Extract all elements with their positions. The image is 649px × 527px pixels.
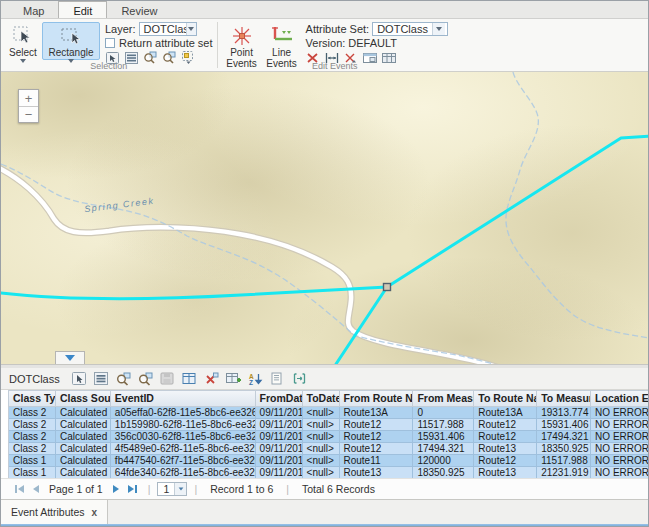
tab-edit[interactable]: Edit — [58, 1, 107, 18]
zoom-out-label: − — [25, 107, 33, 122]
table-cell: 21231.919 — [537, 467, 591, 478]
table-cell: Route13A — [340, 407, 414, 419]
event-panel-toolbar: DOTClass AZ — [1, 368, 648, 390]
pagination-separator: | — [286, 483, 289, 495]
attribute-set-dropdown-icon[interactable] — [432, 23, 445, 35]
layer-combo[interactable]: DOTClass — [139, 22, 197, 36]
tab-review[interactable]: Review — [107, 1, 171, 18]
table-cell: 09/11/2015 — [256, 455, 303, 467]
select-tool-button[interactable]: Select — [6, 22, 40, 60]
first-page-button[interactable] — [11, 482, 27, 496]
line-events-button[interactable]: Line Events — [263, 22, 301, 60]
column-header[interactable]: Location Error — [591, 391, 648, 407]
creek-path-west — [1, 164, 493, 364]
zoom-to-selection-icon[interactable] — [116, 372, 131, 386]
table-cell: 4f5489e0-62f8-11e5-8bc6-ee32641d5ec9 — [111, 443, 256, 455]
table-row[interactable]: Class 1Calculated64fde340-62f8-11e5-8bc6… — [9, 467, 648, 478]
table-cell: Route11 — [340, 455, 414, 467]
table-cell: 15931.406 — [537, 419, 591, 431]
table-cell: 09/11/2015 — [256, 419, 303, 431]
table-row[interactable]: Class 2Calculated1b159980-62f8-11e5-8bc6… — [9, 419, 648, 431]
table-cell: 18350.925 — [413, 467, 474, 478]
table-cell: Class 2 — [9, 443, 56, 455]
pan-to-selection-icon[interactable] — [138, 372, 153, 386]
notes-icon[interactable] — [270, 372, 285, 386]
tab-event-attributes[interactable]: Event Attributes x — [1, 500, 108, 524]
point-events-icon — [230, 25, 254, 47]
rectangle-tool-button[interactable]: Rectangle — [42, 22, 100, 60]
column-header[interactable]: FromDate — [256, 391, 303, 407]
tab-map-label: Map — [23, 5, 44, 17]
tab-map[interactable]: Map — [9, 1, 58, 18]
add-record-icon[interactable] — [226, 372, 241, 386]
page-select-dropdown-icon[interactable] — [174, 483, 186, 495]
sort-icon[interactable]: AZ — [248, 372, 263, 386]
table-cell: 11517.988 — [413, 419, 474, 431]
return-attribute-set-label: Return attribute set — [119, 37, 213, 49]
column-header[interactable]: From Route Name — [340, 391, 414, 407]
table-cell: 17494.321 — [537, 431, 591, 443]
column-header[interactable]: Class Type — [9, 391, 56, 407]
next-page-button[interactable] — [109, 482, 125, 496]
previous-page-button[interactable] — [27, 482, 43, 496]
attribute-table: Class TypeClass SourceEventIDFromDateToD… — [1, 390, 648, 478]
select-features-icon[interactable] — [72, 372, 87, 386]
table-cell: <null> — [303, 419, 340, 431]
table-cell: Calculated — [56, 467, 111, 478]
table-cell: <null> — [303, 467, 340, 478]
tab-edit-label: Edit — [73, 5, 92, 17]
route-line-northeast — [387, 136, 649, 287]
layer-combo-value: DOTClass — [140, 23, 186, 35]
table-cell: 11517.988 — [537, 455, 591, 467]
table-cell: Class 1 — [9, 467, 56, 478]
delete-selected-icon[interactable] — [204, 372, 219, 386]
menu-icon[interactable] — [94, 372, 109, 386]
table-row[interactable]: Class 2Calculated356c0030-62f8-11e5-8bc6… — [9, 431, 648, 443]
table-row[interactable]: Class 2Calculateda05effa0-62f8-11e5-8bc6… — [9, 407, 648, 419]
table-row[interactable]: Class 1Calculatedfb447540-62f7-11e5-8bc6… — [9, 455, 648, 467]
point-events-button[interactable]: Point Events — [223, 22, 261, 60]
table-cell: <null> — [303, 455, 340, 467]
select-button-label: Select — [9, 47, 37, 58]
return-attribute-set-checkbox[interactable] — [105, 38, 115, 48]
layer-combo-dropdown-icon[interactable] — [186, 23, 196, 35]
fit-columns-icon[interactable] — [292, 372, 307, 386]
column-header[interactable]: From Measure — [413, 391, 474, 407]
table-cell: Route12 — [340, 419, 414, 431]
zoom-in-button[interactable]: + — [19, 90, 38, 106]
zoom-out-button[interactable]: − — [19, 106, 38, 122]
rectangle-select-icon — [60, 25, 82, 47]
version-value: DEFAULT — [348, 37, 397, 49]
table-cell: 09/11/2015 — [256, 431, 303, 443]
column-header[interactable]: To Measure — [537, 391, 591, 407]
save-icon[interactable] — [160, 372, 175, 386]
table-cell: NO ERROR — [591, 455, 648, 467]
column-header[interactable]: EventID — [111, 391, 256, 407]
close-tab-icon[interactable]: x — [92, 507, 98, 518]
svg-text:Z: Z — [249, 379, 253, 386]
switch-table-icon[interactable] — [182, 372, 197, 386]
total-records-label: Total 6 Records — [302, 483, 375, 495]
table-cell: Calculated — [56, 455, 111, 467]
table-cell: a05effa0-62f8-11e5-8bc6-ee32641d5ec9 — [111, 407, 256, 419]
table-row[interactable]: Class 2Calculated4f5489e0-62f8-11e5-8bc6… — [9, 443, 648, 455]
column-header[interactable]: To Route Name — [474, 391, 537, 407]
route-junction-vertex — [384, 284, 391, 291]
page-select-combo[interactable]: 1 — [157, 482, 187, 496]
table-body: Class 2Calculateda05effa0-62f8-11e5-8bc6… — [9, 407, 648, 478]
panel-collapse-button[interactable] — [55, 351, 85, 364]
attribute-set-label: Attribute Set: — [306, 23, 370, 35]
pagination-bar: Page 1 of 1 | 1 | Record 1 to 6 | Total … — [1, 478, 648, 499]
attribute-set-combo[interactable]: DOTClass — [372, 22, 448, 36]
map-canvas[interactable]: Spring Creek + − — [1, 72, 649, 364]
table-cell: 15931.406 — [413, 431, 474, 443]
map-zoom-control: + − — [18, 89, 39, 123]
column-header[interactable]: ToDate — [303, 391, 340, 407]
table-cell: Class 2 — [9, 407, 56, 419]
column-header[interactable]: Class Source — [56, 391, 111, 407]
last-page-button[interactable] — [125, 482, 141, 496]
version-label: Version: — [306, 37, 346, 49]
table-cell: Route12 — [474, 431, 537, 443]
attribute-set-combo-value: DOTClass — [373, 23, 432, 35]
ribbon-tabstrip: Map Edit Review — [1, 1, 648, 19]
